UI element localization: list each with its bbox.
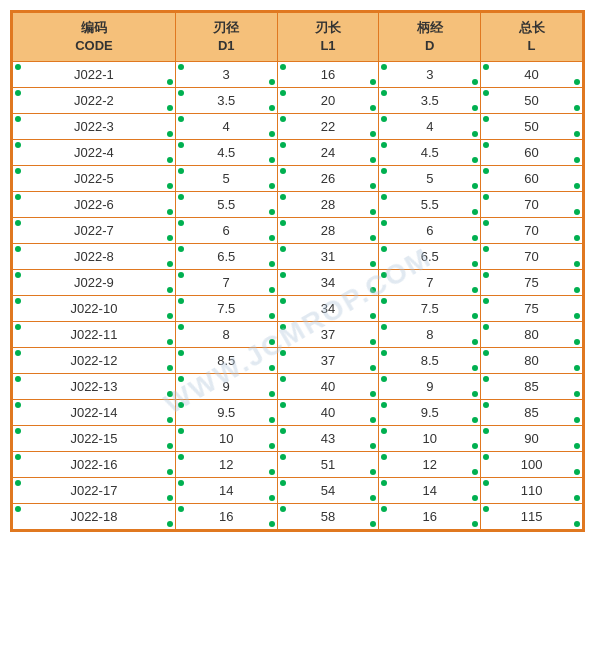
cell-code: J022-9	[13, 270, 176, 296]
cell-code: J022-11	[13, 322, 176, 348]
cell-code: J022-5	[13, 166, 176, 192]
cell-d: 7	[379, 270, 481, 296]
header-d-line2: D	[383, 37, 476, 55]
cell-l: 70	[481, 218, 583, 244]
header-d-line1: 柄经	[383, 19, 476, 37]
cell-d1: 8	[175, 322, 277, 348]
header-d1-line2: D1	[180, 37, 273, 55]
cell-l1: 54	[277, 478, 379, 504]
table-row: J022-149.5409.585	[13, 400, 583, 426]
cell-d: 4.5	[379, 140, 481, 166]
cell-d: 3.5	[379, 88, 481, 114]
cell-l1: 58	[277, 504, 379, 530]
cell-d1: 5.5	[175, 192, 277, 218]
header-l: 总长 L	[481, 13, 583, 62]
cell-d1: 7.5	[175, 296, 277, 322]
table-row: J022-128.5378.580	[13, 348, 583, 374]
header-l-line1: 总长	[485, 19, 578, 37]
cell-d1: 5	[175, 166, 277, 192]
cell-l: 110	[481, 478, 583, 504]
cell-l1: 34	[277, 270, 379, 296]
cell-code: J022-1	[13, 62, 176, 88]
table-row: J022-3422450	[13, 114, 583, 140]
cell-l1: 22	[277, 114, 379, 140]
cell-d1: 3	[175, 62, 277, 88]
cell-l: 70	[481, 244, 583, 270]
table-row: J022-1510431090	[13, 426, 583, 452]
cell-code: J022-7	[13, 218, 176, 244]
cell-l: 75	[481, 296, 583, 322]
header-l-line2: L	[485, 37, 578, 55]
header-l1-line1: 刃长	[282, 19, 375, 37]
cell-l1: 28	[277, 192, 379, 218]
cell-l1: 31	[277, 244, 379, 270]
cell-d1: 10	[175, 426, 277, 452]
cell-d1: 7	[175, 270, 277, 296]
cell-code: J022-10	[13, 296, 176, 322]
cell-d: 3	[379, 62, 481, 88]
table-row: J022-5526560	[13, 166, 583, 192]
cell-l: 60	[481, 166, 583, 192]
cell-l: 115	[481, 504, 583, 530]
cell-code: J022-4	[13, 140, 176, 166]
cell-l1: 51	[277, 452, 379, 478]
cell-l: 50	[481, 88, 583, 114]
cell-l: 100	[481, 452, 583, 478]
cell-d: 6.5	[379, 244, 481, 270]
cell-d: 14	[379, 478, 481, 504]
cell-d1: 3.5	[175, 88, 277, 114]
cell-l: 80	[481, 322, 583, 348]
cell-l: 80	[481, 348, 583, 374]
cell-code: J022-12	[13, 348, 176, 374]
cell-l: 70	[481, 192, 583, 218]
cell-d: 12	[379, 452, 481, 478]
header-l1-line2: L1	[282, 37, 375, 55]
table-body: J022-1316340J022-23.5203.550J022-3422450…	[13, 62, 583, 530]
cell-d: 7.5	[379, 296, 481, 322]
cell-code: J022-17	[13, 478, 176, 504]
cell-d1: 16	[175, 504, 277, 530]
cell-l1: 37	[277, 348, 379, 374]
cell-code: J022-8	[13, 244, 176, 270]
cell-d1: 14	[175, 478, 277, 504]
table-row: J022-44.5244.560	[13, 140, 583, 166]
cell-d1: 6.5	[175, 244, 277, 270]
cell-l1: 24	[277, 140, 379, 166]
table-row: J022-1316340	[13, 62, 583, 88]
cell-d: 5.5	[379, 192, 481, 218]
header-row: 编码 CODE 刃径 D1 刃长 L1 柄经 D 总长 L	[13, 13, 583, 62]
cell-l1: 43	[277, 426, 379, 452]
product-table: 编码 CODE 刃径 D1 刃长 L1 柄经 D 总长 L	[12, 12, 583, 530]
cell-code: J022-18	[13, 504, 176, 530]
header-code: 编码 CODE	[13, 13, 176, 62]
cell-d: 16	[379, 504, 481, 530]
table-row: J022-16125112100	[13, 452, 583, 478]
cell-d: 8	[379, 322, 481, 348]
cell-l1: 26	[277, 166, 379, 192]
table-row: J022-23.5203.550	[13, 88, 583, 114]
cell-d: 8.5	[379, 348, 481, 374]
table-row: J022-18165816115	[13, 504, 583, 530]
cell-l1: 40	[277, 374, 379, 400]
cell-d1: 9	[175, 374, 277, 400]
cell-d: 6	[379, 218, 481, 244]
header-code-line2: CODE	[17, 37, 171, 55]
main-table-container: WWW.JCMROP.COM 编码 CODE 刃径 D1 刃长 L1 柄经 D	[10, 10, 585, 532]
cell-d1: 6	[175, 218, 277, 244]
cell-l: 85	[481, 400, 583, 426]
cell-l: 75	[481, 270, 583, 296]
header-d1-line1: 刃径	[180, 19, 273, 37]
table-row: J022-7628670	[13, 218, 583, 244]
table-header: 编码 CODE 刃径 D1 刃长 L1 柄经 D 总长 L	[13, 13, 583, 62]
table-row: J022-65.5285.570	[13, 192, 583, 218]
cell-code: J022-2	[13, 88, 176, 114]
table-row: J022-9734775	[13, 270, 583, 296]
cell-d: 10	[379, 426, 481, 452]
header-d1: 刃径 D1	[175, 13, 277, 62]
cell-code: J022-16	[13, 452, 176, 478]
cell-d: 9.5	[379, 400, 481, 426]
table-row: J022-107.5347.575	[13, 296, 583, 322]
cell-l: 50	[481, 114, 583, 140]
cell-d1: 4.5	[175, 140, 277, 166]
header-l1: 刃长 L1	[277, 13, 379, 62]
